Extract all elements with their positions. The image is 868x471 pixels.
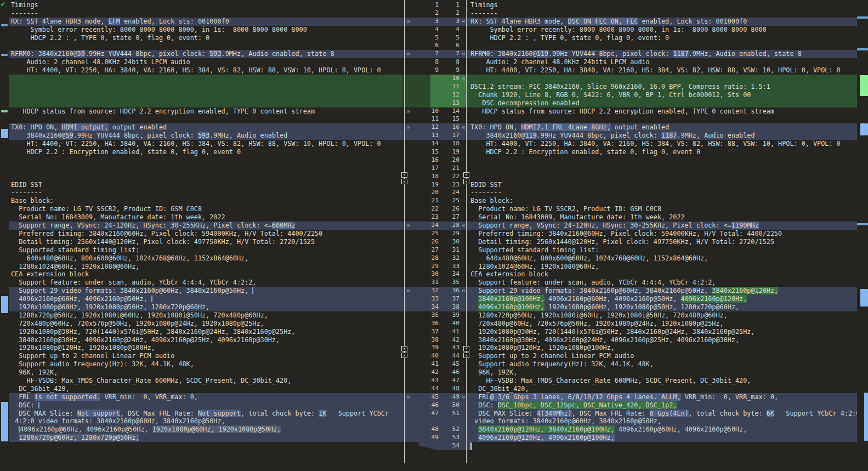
- code-line[interactable]: 1920x1080p@60Hz, 1920x1080p@50Hz, 1280x7…: [9, 303, 402, 311]
- code-line[interactable]: 720x480p@60Hz, 720x576p@50Hz, 1920x1080p…: [9, 320, 402, 328]
- fold-region-icon[interactable]: ▾: [401, 172, 407, 178]
- code-line[interactable]: 720x480p@60Hz, 720x576p@50Hz, 1920x1080p…: [467, 320, 857, 328]
- code-line[interactable]: DSC1.2 stream: PIC 3840x2160, Slice 960x…: [467, 83, 857, 91]
- code-line[interactable]: Product name: LG TV SSCR2, Product ID: G…: [467, 205, 857, 213]
- code-line[interactable]: RX: SST 4lane HBR3 mode, DSC ON FEC ON, …: [467, 18, 857, 26]
- scrollmap-marker[interactable]: [860, 289, 868, 307]
- code-line[interactable]: HT: 4400, VT: 2250, HA: 3840, VA: 2160, …: [9, 140, 402, 148]
- code-line[interactable]: [467, 442, 857, 450]
- change-marker[interactable]: [1, 54, 8, 56]
- code-line[interactable]: [9, 156, 402, 164]
- code-line[interactable]: HDCP status from source: HDCP 2.2 encryp…: [467, 107, 857, 116]
- code-line[interactable]: [9, 99, 402, 107]
- code-line[interactable]: [467, 42, 857, 50]
- code-line[interactable]: [9, 442, 402, 450]
- code-line[interactable]: Supported standard timing list:: [467, 246, 857, 254]
- code-line[interactable]: 1280x720p@50Hz, 1920x1080i@60Hz, 1920x10…: [467, 311, 857, 320]
- scrollmap-marker[interactable]: [857, 48, 868, 50]
- code-line[interactable]: Serial No: 16843009, Manufacture date: 1…: [9, 213, 402, 222]
- code-line[interactable]: Symbol error recently: 8000 8000 8000 80…: [9, 26, 402, 34]
- change-marker[interactable]: [1, 402, 8, 441]
- code-line[interactable]: --------: [467, 189, 857, 197]
- code-line[interactable]: Support audio frequency(Hz): 32K, 44.1K,…: [9, 360, 402, 368]
- code-line[interactable]: EDID SST: [467, 181, 857, 189]
- code-line[interactable]: TX0: HPD ON, HDMI output, output enabled: [9, 123, 402, 132]
- scrollmap-marker[interactable]: [857, 223, 868, 225]
- code-line[interactable]: [467, 156, 857, 164]
- code-line[interactable]: HT: 4400, VT: 2250, HA: 3840, VA: 2160, …: [9, 66, 402, 75]
- code-line[interactable]: TX0: HPD ON, HDMI2.1 FRL 4Lane 8GHz, out…: [467, 123, 857, 132]
- code-line[interactable]: [9, 173, 402, 181]
- code-line[interactable]: DSC_MAX_Slice: 4(340Mhz), DSC_Max_FRL_Ra…: [467, 410, 857, 418]
- scrollmap-marker[interactable]: [860, 123, 868, 135]
- code-line[interactable]: DSC: DSC_10bpc, DSC_12bpc, DSC_Native_42…: [467, 401, 857, 410]
- code-line[interactable]: Preferred timing: 3840x2160@60Hz, Pixel …: [467, 230, 857, 238]
- code-line[interactable]: HT: 4400, VT: 2250, HA: 3840, VA: 2160, …: [467, 66, 857, 75]
- code-line[interactable]: 3840x2160p@30Hz, 4096x2160p@24Hz, 4096x2…: [9, 336, 402, 344]
- code-line[interactable]: [467, 164, 857, 173]
- code-line[interactable]: Symbol error recently: 8000 8000 8000 80…: [467, 26, 857, 34]
- left-editor-pane[interactable]: Timings-------RX: SST 4lane HBR3 mode, E…: [9, 0, 402, 471]
- code-line[interactable]: FRL is not supported. VRR_min: 0, VRR_ma…: [9, 393, 402, 401]
- code-line[interactable]: Support range, VSync: 24-120Hz, HSync: 3…: [9, 222, 402, 230]
- code-line[interactable]: CEA externsion block: [9, 270, 402, 279]
- code-line[interactable]: Detail timing: 2560x1440@120Hz, Pixel cl…: [9, 238, 402, 246]
- fold-region-icon[interactable]: ▾: [401, 346, 407, 351]
- code-line[interactable]: 1280x1024@60Hz, 1920x1080@60Hz,: [467, 263, 857, 271]
- code-line[interactable]: [467, 75, 857, 83]
- code-line[interactable]: EDID SST: [9, 181, 402, 189]
- code-line[interactable]: HT: 4400, VT: 2250, HA: 3840, VA: 2160, …: [467, 140, 857, 148]
- code-line[interactable]: Support up to 2 channel Linear PCM audio: [9, 352, 402, 360]
- scrollmap-marker[interactable]: [864, 393, 868, 441]
- code-line[interactable]: RX: SST 4lane HBR3 mode, EFM enabled, Lo…: [9, 18, 402, 26]
- code-line[interactable]: 1280x720p@60Hz, 1280x720p@50Hz,: [9, 434, 402, 442]
- code-line[interactable]: Timings: [467, 1, 857, 9]
- code-line[interactable]: HDCP 2.2 : , TYPE 0, state 0, flag 0, ev…: [9, 34, 402, 42]
- code-line[interactable]: 4096x2160p@100Hz, 1920x1080p@60Hz, 1920x…: [467, 303, 857, 311]
- code-line[interactable]: HDCP 2.2 : Encryption enabled, state 0, …: [467, 148, 857, 156]
- code-line[interactable]: HF-VSDB: Max_TMDS_Character_Rate 600MHz,…: [467, 377, 857, 385]
- code-line[interactable]: 1920x1080p@30Hz, 720(1440)x576i@50Hz, 38…: [9, 328, 402, 336]
- scrollmap-marker[interactable]: [860, 75, 868, 96]
- code-line[interactable]: [9, 91, 402, 99]
- code-line[interactable]: Preferred timing: 3840x2160@60Hz, Pixel …: [9, 230, 402, 238]
- code-line[interactable]: 640x480@60Hz, 800x600@60Hz, 1024x768@60H…: [9, 254, 402, 263]
- right-scroll-ruler[interactable]: [857, 0, 868, 471]
- fold-region-icon[interactable]: ▾: [463, 346, 469, 351]
- code-line[interactable]: 3840x2160p@120Hz, 3840x2160p@100Hz, 4096…: [467, 425, 857, 434]
- code-line[interactable]: 96K, 192K,: [9, 368, 402, 377]
- code-line[interactable]: [467, 173, 857, 181]
- code-line[interactable]: DC_36bit_420,: [9, 385, 402, 393]
- code-line[interactable]: [9, 164, 402, 173]
- code-line[interactable]: 4096x2160p@120Hz, 4096x2160p@100Hz,: [467, 434, 857, 442]
- code-line[interactable]: Support 29 video formats: 3840x2160p@60H…: [467, 287, 857, 295]
- code-line[interactable]: 3840x2160@119.99Hz YUV444 8bpc, pixel cl…: [467, 132, 857, 140]
- code-line[interactable]: 1280x720p@50Hz, 1920x1080i@60Hz, 1920x10…: [9, 311, 402, 320]
- code-line[interactable]: DSC:: [9, 401, 402, 410]
- code-line[interactable]: 3840x2160@59.99Hz YUV444 8bpc, pixel clo…: [9, 132, 402, 140]
- code-line[interactable]: 3840x2160p@100Hz, 4096x2160p@60Hz, 4096x…: [467, 295, 857, 303]
- code-line[interactable]: HDCP 2.2 : Encryption enabled, state 0, …: [9, 148, 402, 156]
- code-line[interactable]: CEA externsion block: [467, 270, 857, 279]
- code-line[interactable]: 640x480@60Hz, 800x600@60Hz, 1024x768@60H…: [467, 254, 857, 263]
- change-marker[interactable]: [1, 129, 8, 138]
- code-line[interactable]: Supported standard timing list:: [9, 246, 402, 254]
- code-line[interactable]: Support 29 video formats: 3840x2160p@60H…: [9, 287, 402, 295]
- fold-region-icon[interactable]: ▴: [401, 353, 407, 358]
- code-line[interactable]: [9, 75, 402, 83]
- scrollmap-marker[interactable]: [857, 16, 868, 19]
- code-line[interactable]: HF-VSDB: Max_TMDS_Character_Rate 600MHz,…: [9, 377, 402, 385]
- code-line[interactable]: 1280x1024@60Hz, 1920x1080@60Hz,: [9, 263, 402, 271]
- code-line[interactable]: Serial No: 16843009, Manufacture date: 1…: [467, 213, 857, 222]
- code-line[interactable]: 4096x2160p@60Hz, 4096x2160p@50Hz,: [9, 295, 402, 303]
- code-line[interactable]: HDCP 2.2 : , TYPE 0, state 0, flag 0, ev…: [467, 34, 857, 42]
- change-marker[interactable]: [1, 24, 8, 26]
- code-line[interactable]: --------: [9, 189, 402, 197]
- code-line[interactable]: Audio: 2 channel 48.0KHz 24bits LPCM aud…: [467, 58, 857, 66]
- right-editor-pane[interactable]: Timings-------RX: SST 4lane HBR3 mode, D…: [467, 0, 857, 471]
- code-line[interactable]: Chunk 1920, Line 8, RGB 0, S422: 0, VBR …: [467, 91, 857, 99]
- code-line[interactable]: 4:2:0 video formats: 3840x2160p@60Hz, 38…: [9, 417, 402, 425]
- code-line[interactable]: [467, 115, 857, 123]
- code-line[interactable]: FRL@ 3/6 Gbps 3 lanes, 6/8/10/12 Gbps 4 …: [467, 393, 857, 401]
- code-line[interactable]: Support audio frequency(Hz): 32K, 44.1K,…: [467, 360, 857, 368]
